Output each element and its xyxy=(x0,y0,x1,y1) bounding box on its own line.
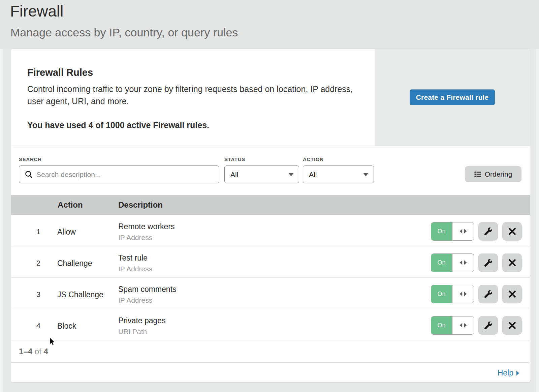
pagination-total: 4 xyxy=(43,347,48,356)
rule-enabled-toggle[interactable]: On xyxy=(431,222,474,241)
wrench-icon xyxy=(484,322,492,329)
table-row: 1 Allow Remote workers IP Address On xyxy=(11,215,530,246)
toggle-on-label: On xyxy=(431,254,452,272)
rule-action: Challenge xyxy=(57,248,116,279)
search-box xyxy=(19,165,219,183)
search-icon xyxy=(25,171,33,178)
left-right-arrows-icon xyxy=(459,260,467,265)
edit-rule-button[interactable] xyxy=(478,222,498,241)
help-link-label: Help xyxy=(498,368,513,378)
wrench-icon xyxy=(484,259,492,267)
pagination-bar: 1–4 of 4 xyxy=(11,340,530,363)
chevron-down-icon xyxy=(288,173,294,176)
pagination-count: 1–4 of 4 xyxy=(19,347,48,356)
delete-rule-button[interactable] xyxy=(502,285,522,303)
action-value: All xyxy=(309,171,317,179)
column-header-description: Description xyxy=(118,200,163,210)
caret-right-icon xyxy=(516,371,519,375)
ordering-button-label: Ordering xyxy=(485,170,512,178)
rule-priority: 1 xyxy=(23,216,54,247)
rule-description: Spam comments IP Address xyxy=(118,284,177,305)
rule-enabled-toggle[interactable]: On xyxy=(431,316,474,335)
help-link[interactable]: Help xyxy=(498,368,519,378)
rule-description: Private pages URI Path xyxy=(118,315,166,336)
edit-rule-button[interactable] xyxy=(478,253,498,272)
close-icon xyxy=(509,259,516,266)
status-value: All xyxy=(230,171,238,179)
rule-match-type: IP Address xyxy=(118,264,152,274)
usage-note: You have used 4 of 1000 active Firewall … xyxy=(27,119,371,131)
page-header xyxy=(0,0,539,49)
rule-description-title: Spam comments xyxy=(118,284,177,294)
action-select[interactable]: All xyxy=(303,165,374,183)
rule-priority: 3 xyxy=(23,279,54,310)
rule-action: Block xyxy=(57,310,116,341)
wrench-icon xyxy=(484,290,492,298)
rule-description: Test rule IP Address xyxy=(118,253,152,274)
search-label: SEARCH xyxy=(19,156,42,162)
edit-rule-button[interactable] xyxy=(478,316,498,335)
rule-description: Remote workers IP Address xyxy=(118,221,175,242)
delete-rule-button[interactable] xyxy=(502,253,522,272)
ordered-list-icon xyxy=(474,171,481,177)
close-icon xyxy=(509,291,516,298)
ordering-button[interactable]: Ordering xyxy=(465,166,521,182)
edit-rule-button[interactable] xyxy=(478,285,498,303)
rule-enabled-toggle[interactable]: On xyxy=(431,285,474,303)
wrench-icon xyxy=(484,228,492,235)
filters-section: SEARCH STATUS All ACTION All xyxy=(11,146,530,195)
rule-match-type: IP Address xyxy=(118,296,177,305)
rule-action: JS Challenge xyxy=(57,279,116,310)
table-row: 2 Challenge Test rule IP Address On xyxy=(11,246,530,278)
status-label: STATUS xyxy=(224,156,245,162)
rule-description-title: Private pages xyxy=(118,315,166,326)
section-heading: Firewall Rules xyxy=(27,67,330,78)
chevron-down-icon xyxy=(363,173,369,176)
delete-rule-button[interactable] xyxy=(502,222,522,241)
create-rule-panel: Create a Firewall rule xyxy=(375,49,530,146)
delete-rule-button[interactable] xyxy=(502,316,522,335)
rule-controls: On xyxy=(431,278,522,309)
firewall-rules-card: Firewall Rules Control incoming traffic … xyxy=(11,49,530,382)
toggle-on-label: On xyxy=(431,316,452,334)
mouse-cursor xyxy=(49,337,56,347)
rule-description-title: Remote workers xyxy=(118,221,175,232)
toggle-grip[interactable] xyxy=(452,285,474,303)
scrollbar-gutter xyxy=(535,0,539,392)
search-input[interactable] xyxy=(36,167,217,182)
rules-table-body: 1 Allow Remote workers IP Address On xyxy=(11,215,530,340)
rule-description-title: Test rule xyxy=(118,253,152,263)
rule-controls: On xyxy=(431,310,522,341)
toggle-on-label: On xyxy=(431,285,452,303)
toggle-grip[interactable] xyxy=(452,254,474,272)
left-right-arrows-icon xyxy=(459,323,467,328)
toggle-on-label: On xyxy=(431,222,452,240)
page-subtitle: Manage access by IP, country, or query r… xyxy=(10,25,238,40)
action-label: ACTION xyxy=(303,156,324,162)
close-icon xyxy=(509,228,516,235)
pagination-separator: of xyxy=(32,347,43,356)
rule-controls: On xyxy=(431,247,522,278)
pagination-range: 1–4 xyxy=(19,347,32,356)
rule-priority: 2 xyxy=(23,248,54,279)
left-right-arrows-icon xyxy=(459,229,467,234)
page-title: Firewall xyxy=(10,2,63,20)
status-select[interactable]: All xyxy=(224,165,299,183)
toggle-grip[interactable] xyxy=(452,222,474,240)
create-firewall-rule-button[interactable]: Create a Firewall rule xyxy=(410,89,495,105)
left-right-arrows-icon xyxy=(459,291,467,297)
table-row: 3 JS Challenge Spam comments IP Address … xyxy=(11,278,530,309)
section-description: Control incoming traffic to your zone by… xyxy=(27,83,371,107)
table-row: 4 Block Private pages URI Path On xyxy=(11,309,530,340)
close-icon xyxy=(509,322,516,329)
rule-match-type: URI Path xyxy=(118,327,166,336)
rule-controls: On xyxy=(431,216,522,247)
table-header: Action Description xyxy=(11,195,530,215)
overview-section: Firewall Rules Control incoming traffic … xyxy=(11,49,530,146)
toggle-grip[interactable] xyxy=(452,316,474,334)
window-edge-left xyxy=(0,0,3,392)
column-header-action: Action xyxy=(58,200,83,210)
rule-match-type: IP Address xyxy=(118,233,175,242)
rule-enabled-toggle[interactable]: On xyxy=(431,253,474,272)
rule-action: Allow xyxy=(57,216,116,247)
